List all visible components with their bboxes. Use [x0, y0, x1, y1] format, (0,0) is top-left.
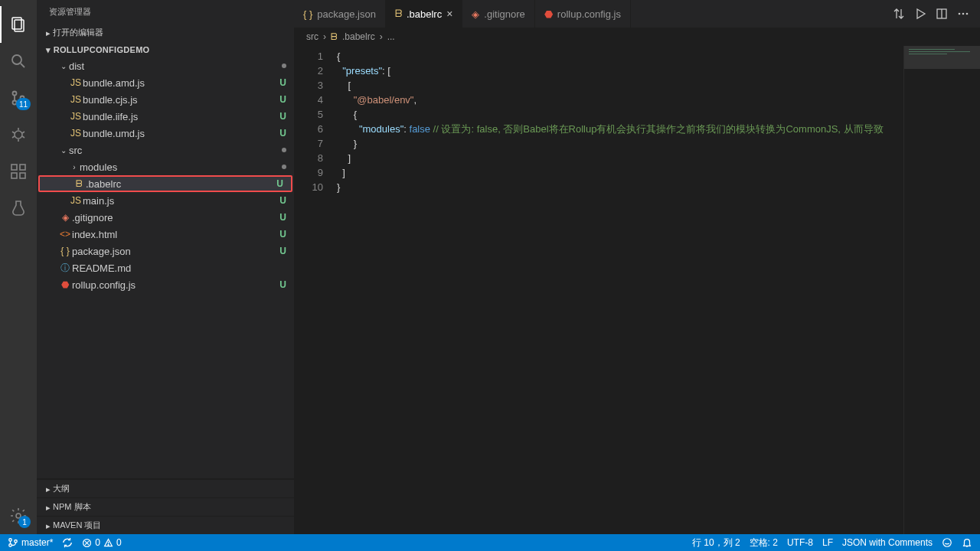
code-line[interactable]: { — [337, 49, 980, 64]
git-status-untracked: U — [279, 212, 286, 223]
folder-label: src — [69, 145, 282, 156]
file-label: bundle.iife.js — [83, 111, 279, 122]
code-line[interactable]: "presets": [ — [337, 64, 980, 78]
code-line[interactable]: ] — [337, 151, 980, 165]
more-icon[interactable] — [957, 8, 969, 20]
close-icon[interactable]: × — [446, 8, 452, 20]
file-index.html[interactable]: <>index.htmlU — [37, 226, 294, 243]
file-package.json[interactable]: { }package.jsonU — [37, 243, 294, 259]
status-spaces[interactable]: 空格: 2 — [750, 536, 778, 549]
project-root[interactable]: ▾ ROLLUPCONFIGDEMO — [37, 41, 294, 57]
git-status-untracked: U — [279, 94, 286, 105]
search-icon[interactable] — [0, 43, 37, 80]
status-problems[interactable]: 0 0 — [82, 537, 121, 548]
gutter: 12345678910 — [294, 46, 332, 534]
tab-package.json[interactable]: { }package.json — [294, 0, 386, 28]
folder-src[interactable]: ⌄src — [37, 142, 294, 158]
tab-label: rollup.config.js — [557, 8, 621, 20]
test-icon[interactable] — [0, 190, 37, 227]
js-file-icon: JS — [69, 195, 83, 206]
js-file-icon: JS — [69, 128, 83, 139]
source-control-icon[interactable]: 11 — [0, 80, 37, 116]
status-bell-icon[interactable] — [962, 537, 972, 548]
file-label: rollup.config.js — [72, 279, 279, 291]
activity-bar: 11 1 — [0, 0, 37, 534]
tab-label: .gitignore — [484, 8, 524, 20]
breadcrumb-part[interactable]: .babelrc — [342, 31, 375, 42]
explorer-icon[interactable] — [0, 6, 37, 43]
file-label: bundle.cjs.js — [83, 94, 279, 106]
json-file-icon: { } — [303, 8, 312, 20]
status-lang[interactable]: JSON with Comments — [842, 537, 933, 548]
open-editors-section[interactable]: ▸ 打开的编辑器 — [37, 24, 294, 41]
breadcrumb[interactable]: src›ᗷ.babelrc›... — [294, 28, 980, 46]
outline-section[interactable]: ▸ 大纲 — [37, 479, 294, 497]
folder-dist[interactable]: ⌄dist — [37, 57, 294, 74]
svg-point-32 — [108, 544, 109, 545]
compare-icon[interactable] — [893, 8, 905, 20]
breadcrumb-part[interactable]: src — [306, 31, 318, 42]
file-bundle.amd.js[interactable]: JSbundle.amd.jsU — [37, 74, 294, 91]
code-line[interactable]: "modules": false // 设置为: false, 否则Babel将… — [337, 122, 980, 136]
tab-rollup.config.js[interactable]: ⬣rollup.config.js — [535, 0, 631, 28]
file-label: index.html — [72, 229, 279, 240]
file-label: bundle.amd.js — [83, 77, 279, 89]
babel-file-icon: ᗷ — [395, 8, 402, 20]
file-.gitignore[interactable]: ◈.gitignoreU — [37, 209, 294, 226]
gear-icon[interactable]: 1 — [0, 497, 37, 534]
git-status-dot — [282, 165, 286, 169]
tab-.gitignore[interactable]: ◈.gitignore — [462, 0, 534, 28]
git-status-untracked: U — [279, 279, 286, 290]
svg-point-25 — [9, 539, 12, 542]
code-line[interactable]: [ — [337, 78, 980, 93]
editor[interactable]: { "presets": [ [ "@babel/env", { "module… — [332, 46, 980, 534]
file-label: package.json — [72, 246, 279, 257]
status-branch[interactable]: master* — [8, 537, 53, 548]
git-status-untracked: U — [279, 195, 286, 206]
svg-point-2 — [12, 55, 21, 64]
file-bundle.iife.js[interactable]: JSbundle.iife.jsU — [37, 108, 294, 125]
status-eol[interactable]: LF — [822, 537, 833, 548]
status-linecol[interactable]: 行 10，列 2 — [692, 536, 740, 549]
file-main.js[interactable]: JSmain.jsU — [37, 192, 294, 209]
file-label: README.md — [72, 262, 286, 274]
status-sync[interactable] — [62, 537, 73, 548]
svg-rect-14 — [11, 165, 17, 170]
breadcrumb-part[interactable]: ... — [387, 31, 395, 42]
file-tree: ⌄distJSbundle.amd.jsUJSbundle.cjs.jsUJSb… — [37, 57, 294, 478]
file-bundle.cjs.js[interactable]: JSbundle.cjs.jsU — [37, 91, 294, 108]
svg-rect-15 — [11, 173, 17, 178]
code-line[interactable]: } — [337, 180, 980, 194]
status-feedback-icon[interactable] — [942, 537, 952, 548]
file-label: main.js — [83, 195, 279, 207]
run-icon[interactable] — [914, 8, 926, 20]
svg-point-24 — [966, 13, 969, 15]
svg-point-22 — [959, 13, 961, 15]
git-status-untracked: U — [279, 77, 286, 88]
maven-section[interactable]: ▸ MAVEN 项目 — [37, 516, 294, 534]
tab-.babelrc[interactable]: ᗷ.babelrc× — [386, 0, 462, 28]
folder-label: dist — [69, 60, 282, 72]
scm-badge: 11 — [16, 98, 31, 110]
chevron-right-icon: › — [323, 31, 326, 42]
folder-modules[interactable]: ›modules — [37, 158, 294, 175]
code-line[interactable]: "@babel/env", — [337, 93, 980, 107]
file-rollup.config.js[interactable]: ⬣rollup.config.jsU — [37, 276, 294, 293]
status-encoding[interactable]: UTF-8 — [787, 537, 813, 548]
debug-icon[interactable] — [0, 116, 37, 153]
file-label: .gitignore — [72, 212, 279, 223]
extensions-icon[interactable] — [0, 153, 37, 190]
split-icon[interactable] — [936, 8, 948, 20]
file-bundle.umd.js[interactable]: JSbundle.umd.jsU — [37, 125, 294, 142]
svg-point-23 — [962, 13, 965, 15]
code-line[interactable]: { — [337, 107, 980, 122]
npm-scripts-section[interactable]: ▸ NPM 脚本 — [37, 497, 294, 516]
minimap[interactable] — [903, 46, 980, 534]
file-README.md[interactable]: ⓘREADME.md — [37, 259, 294, 276]
tabs: { }package.jsonᗷ.babelrc×◈.gitignore⬣rol… — [294, 0, 980, 28]
gear-badge: 1 — [18, 516, 31, 528]
svg-point-26 — [9, 544, 12, 547]
code-line[interactable]: } — [337, 136, 980, 151]
code-line[interactable]: ] — [337, 165, 980, 180]
file-.babelrc[interactable]: ᗷ.babelrcU — [38, 175, 292, 192]
